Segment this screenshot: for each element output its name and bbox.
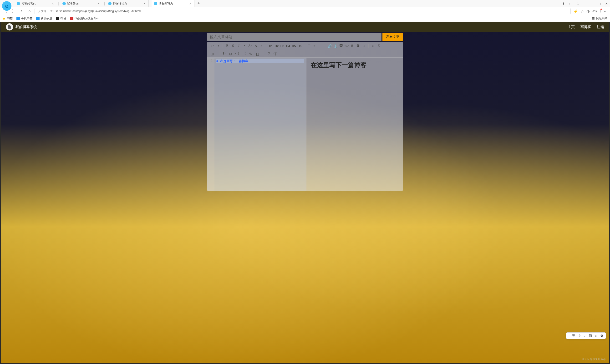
help-button[interactable]: ? xyxy=(266,52,271,56)
watermark: CSDN @摸鱼哥myg xyxy=(582,357,606,361)
title-input[interactable] xyxy=(207,33,381,41)
shield-icon[interactable]: ⬠ xyxy=(574,0,582,7)
minimize-button[interactable]: — xyxy=(589,0,596,7)
h5-button[interactable]: H5 xyxy=(291,43,297,49)
lowercase-button[interactable]: a xyxy=(259,43,264,49)
nav-logout[interactable]: 注销 xyxy=(597,25,604,29)
toolbar-separator xyxy=(223,44,223,48)
forward-button[interactable]: 〉 xyxy=(11,9,17,14)
ime-moon-icon[interactable]: ☽ xyxy=(578,334,581,338)
page-viewport: 我的博客系统 主页 写博客 注销 发布文章 ↶ ↷ B S I ❝ Aa A a xyxy=(0,22,610,364)
ime-punct[interactable]: ， xyxy=(583,334,586,338)
tab-login[interactable]: 登录界面 × xyxy=(60,0,103,7)
bookmark-manual[interactable]: 新机手册 xyxy=(36,16,52,20)
extension-icon[interactable]: ◑ xyxy=(586,9,590,13)
ime-emoji-icon[interactable]: ☺ xyxy=(595,334,598,338)
emoji-button[interactable]: ☺ xyxy=(370,43,376,49)
bookmark-douyin[interactable]: 抖音 xyxy=(56,16,66,20)
bookmark-main[interactable]: 书签 xyxy=(2,16,13,20)
watch-button[interactable]: 👁 xyxy=(221,52,226,56)
star-icon[interactable]: ☆ xyxy=(581,9,584,13)
clear-button[interactable]: ✎ xyxy=(248,52,253,56)
tab-detail[interactable]: 博客详情页 × xyxy=(106,0,149,7)
h3-button[interactable]: H3 xyxy=(280,43,285,49)
puzzle-icon[interactable]: ⬚ xyxy=(567,0,574,7)
copyright-button[interactable]: © xyxy=(376,43,381,49)
redo-button[interactable]: ↷ xyxy=(216,43,221,49)
notification-icon[interactable]: ↓ xyxy=(599,9,601,13)
tab-close-icon[interactable]: × xyxy=(97,2,100,5)
title-row: 发布文章 xyxy=(207,33,403,41)
erase-button[interactable]: ◧ xyxy=(255,52,259,56)
close-button[interactable]: ✕ xyxy=(603,0,610,7)
ime-settings-icon[interactable]: ⚙ xyxy=(600,334,603,338)
info-button[interactable]: ⓘ xyxy=(273,52,278,56)
menu-icon[interactable]: ⋯ xyxy=(604,9,608,13)
editor-body: 1 # 在这里写下一篇博客 在这里写下一篇博客 xyxy=(207,58,403,191)
anchor-button[interactable]: ⚓ xyxy=(333,43,338,49)
reload-button[interactable]: ↻ xyxy=(20,9,25,13)
tab-blog-list[interactable]: 博客列表页 × xyxy=(14,0,57,7)
line-gutter: 1 xyxy=(207,58,215,191)
download-icon[interactable]: ⬇ xyxy=(560,0,567,7)
source-pane[interactable]: # 在这里写下一篇博客 xyxy=(215,58,306,191)
separator: | xyxy=(582,0,589,7)
bold-button[interactable]: B xyxy=(225,43,230,49)
doc-button[interactable]: 🗐 xyxy=(355,43,361,49)
address-bar: 〈 〉 ↻ ⌂ ⓘ 文件 | C:/Users/86188/Desktop/码农… xyxy=(0,7,610,15)
nav-home[interactable]: 主页 xyxy=(568,25,575,29)
uppercase-button[interactable]: Aa xyxy=(248,43,253,49)
italic-button[interactable]: I xyxy=(236,43,241,49)
strike-button[interactable]: S xyxy=(230,43,236,49)
image-button[interactable]: 🖼 xyxy=(338,43,344,49)
ime-lang[interactable]: 英 xyxy=(572,334,575,338)
publish-button[interactable]: 发布文章 xyxy=(382,33,403,41)
maximize-button[interactable]: ▢ xyxy=(596,0,603,7)
preview-heading: 在这里写下一篇博客 xyxy=(311,61,399,71)
fullscreen-button[interactable]: 🖵 xyxy=(235,52,240,56)
undo-icon[interactable]: ↶▾ xyxy=(592,9,597,13)
new-tab-button[interactable]: + xyxy=(194,1,203,6)
tab-close-icon[interactable]: × xyxy=(143,2,146,5)
preview-button[interactable]: ⊘ xyxy=(228,52,233,56)
ul-button[interactable]: ☰ xyxy=(306,43,312,49)
reading-list-button[interactable]: ☰ 阅读清单 xyxy=(592,16,608,20)
ime-toolbar[interactable]: Ι 英 ☽ ， 简 ☺ ⚙ xyxy=(566,332,606,339)
file-button[interactable]: 🗎 xyxy=(350,43,355,49)
tab-close-icon[interactable]: × xyxy=(51,2,54,5)
quote-button[interactable]: ❝ xyxy=(242,43,247,49)
grid-button[interactable]: ⊞ xyxy=(210,52,215,56)
tab-separator: | xyxy=(57,1,60,6)
line-number: 1 xyxy=(207,59,213,62)
expand-button[interactable]: ⛶ xyxy=(241,52,246,56)
undo-button[interactable]: ↶ xyxy=(210,43,215,49)
h4-button[interactable]: H4 xyxy=(285,43,291,49)
home-button[interactable]: ⌂ xyxy=(27,9,32,13)
h1-button[interactable]: H1 xyxy=(268,43,273,49)
douyin-icon xyxy=(56,17,59,20)
tab-close-icon[interactable]: × xyxy=(189,2,192,5)
bookmark-label: (2条消息) 摸鱼哥m... xyxy=(75,16,101,20)
h2-button[interactable]: H2 xyxy=(274,43,279,49)
bookmark-csdn[interactable]: C (2条消息) 摸鱼哥m... xyxy=(70,16,101,20)
link-button[interactable]: 🔗 xyxy=(327,43,332,49)
lightning-icon[interactable]: ⚡ xyxy=(573,9,578,13)
star-icon xyxy=(2,17,6,20)
url-separator: | xyxy=(48,10,48,13)
h6-button[interactable]: H6 xyxy=(297,43,302,49)
main-content: 发布文章 ↶ ↷ B S I ❝ Aa A a H1 H2 H3 H4 H5 H xyxy=(207,32,403,191)
hr-button[interactable]: — xyxy=(318,43,323,49)
capitalize-button[interactable]: A xyxy=(253,43,258,49)
url-input[interactable]: ⓘ 文件 | C:/Users/86188/Desktop/码农之路/JavaS… xyxy=(35,8,571,14)
ime-mode[interactable]: 简 xyxy=(589,334,592,338)
code-button[interactable]: </> xyxy=(344,43,349,49)
toolbar-separator xyxy=(266,44,266,48)
ol-button[interactable]: ≡ xyxy=(312,43,317,49)
nav-write[interactable]: 写博客 xyxy=(581,25,591,29)
table-button[interactable]: ⊞ xyxy=(361,43,366,49)
bookmark-mobile[interactable]: 手机书签 xyxy=(16,16,32,20)
tab-separator: | xyxy=(149,1,151,6)
site-header: 我的博客系统 主页 写博客 注销 xyxy=(1,22,609,32)
tab-edit[interactable]: 博客编辑页 × xyxy=(151,0,194,7)
bookmark-label: 书签 xyxy=(7,16,13,20)
